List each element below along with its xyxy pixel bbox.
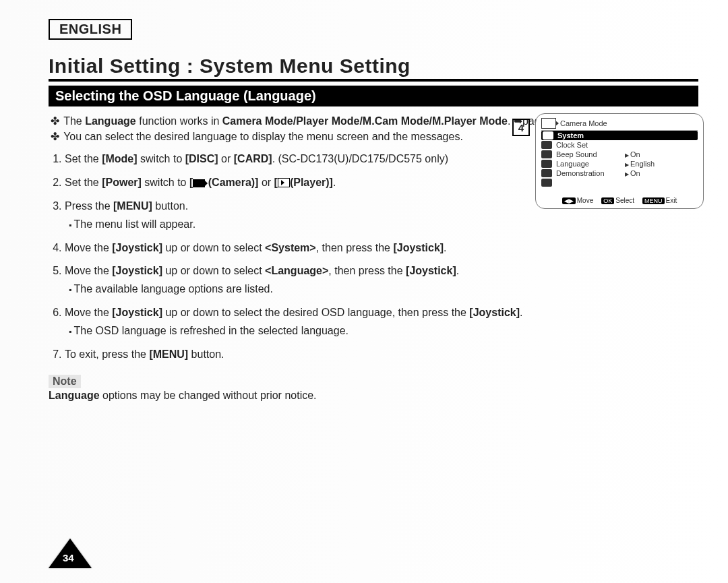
osd-menu: System Clock Set Beep Sound On Language xyxy=(541,130,698,187)
step-item: Move the [Joystick] up or down to select… xyxy=(65,263,523,298)
menu-item-icon xyxy=(541,141,552,149)
osd-menu-value: On xyxy=(625,169,640,177)
sub-item: The menu list will appear. xyxy=(69,216,523,233)
osd-figure: 4 Camera Mode System Clock Set xyxy=(512,113,704,209)
menu-item-icon xyxy=(543,131,553,140)
ok-chip: OK xyxy=(601,197,614,204)
diamond-bullet-icon: ✤ xyxy=(49,129,61,144)
step-item: Set the [Power] switch to [ (Camera)] or… xyxy=(65,175,523,191)
manual-page: ENGLISH Initial Setting : System Menu Se… xyxy=(0,0,728,583)
joystick-chip: ◀▶ xyxy=(562,197,576,204)
step-item: Move the [Joystick] up or down to select… xyxy=(65,305,523,340)
osd-menu-item: Language English xyxy=(541,159,698,168)
camera-icon xyxy=(193,179,205,187)
osd-hint-move: ◀▶Move xyxy=(562,197,593,204)
sub-list: The available language options are liste… xyxy=(69,281,523,298)
play-icon xyxy=(278,178,290,187)
osd-menu-item: Clock Set xyxy=(541,140,698,150)
menu-chip: MENU xyxy=(642,197,665,204)
osd-title-row: Camera Mode xyxy=(541,118,698,129)
osd-menu-label: Clock Set xyxy=(556,141,621,149)
osd-screen: Camera Mode System Clock Set Beep Sound xyxy=(535,113,704,209)
diamond-bullet-icon: ✤ xyxy=(49,113,61,129)
sub-list: The menu list will appear. xyxy=(69,216,523,233)
note-text: Language options may be changed without … xyxy=(49,390,698,402)
content-area: 4 Camera Mode System Clock Set xyxy=(49,113,698,402)
sub-list: The OSD language is refreshed in the sel… xyxy=(69,323,523,340)
sub-item: The OSD language is refreshed in the sel… xyxy=(69,323,523,340)
menu-item-icon xyxy=(541,169,552,177)
page-number-badge: 34 xyxy=(49,539,92,568)
step-item: Set the [Mode] switch to [DISC] or [CARD… xyxy=(65,151,523,168)
step-item: Move the [Joystick] up or down to select… xyxy=(65,240,523,257)
step-item: Press the [MENU] button. The menu list w… xyxy=(65,198,523,233)
osd-menu-label: Beep Sound xyxy=(556,150,621,158)
osd-menu-label: Language xyxy=(556,160,621,168)
note-label: Note xyxy=(49,375,81,388)
menu-item-icon xyxy=(541,160,552,168)
osd-hint-select: OKSelect xyxy=(601,197,634,204)
osd-menu-item: Beep Sound On xyxy=(541,150,698,159)
menu-item-icon xyxy=(541,150,552,158)
sub-item: The available language options are liste… xyxy=(69,281,523,298)
osd-hint-exit: MENUExit xyxy=(642,197,677,204)
osd-menu-value: English xyxy=(625,160,655,168)
osd-menu-label: System xyxy=(557,131,622,140)
osd-menu-item: System xyxy=(541,131,698,140)
osd-menu-item xyxy=(541,178,698,187)
camera-icon xyxy=(541,118,556,129)
step-item: To exit, press the [MENU] button. xyxy=(65,346,523,363)
section-heading-bar: Selecting the OSD Language (Language) xyxy=(49,86,698,106)
page-title: Initial Setting : System Menu Setting xyxy=(49,55,698,82)
language-box: ENGLISH xyxy=(49,19,132,40)
osd-menu-label: Demonstration xyxy=(556,169,621,177)
osd-menu-item: Demonstration On xyxy=(541,168,698,178)
page-number: 34 xyxy=(63,552,74,563)
osd-mode-title: Camera Mode xyxy=(560,119,607,127)
osd-footer: ◀▶Move OKSelect MENUExit xyxy=(541,197,698,204)
osd-menu-value: On xyxy=(625,150,640,158)
figure-step-number: 4 xyxy=(512,119,530,136)
menu-item-icon xyxy=(541,179,552,187)
